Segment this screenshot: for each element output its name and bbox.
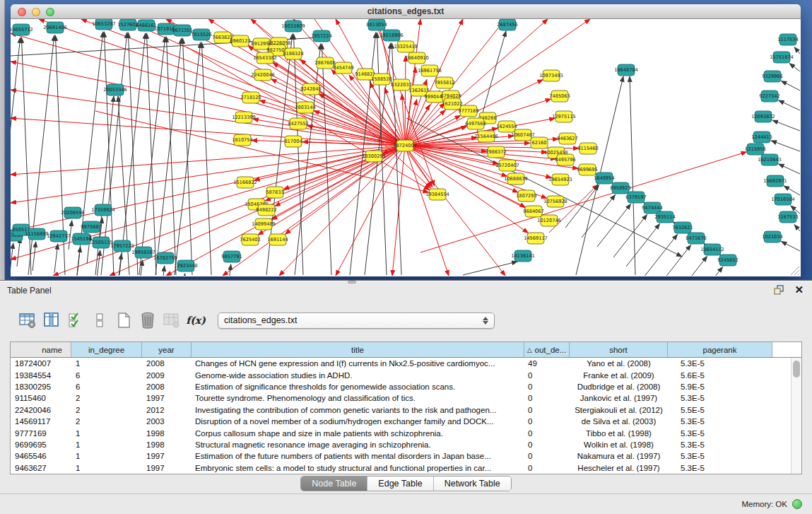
table-cell[interactable]: Estimation of significance thresholds fo… — [192, 381, 524, 392]
table-cell[interactable]: 0 — [524, 427, 570, 438]
graph-node[interactable]: 14136141 — [511, 250, 535, 262]
graph-node[interactable]: 19654923 — [548, 174, 572, 185]
table-mode-button[interactable] — [16, 310, 40, 331]
table-cell[interactable]: Corpus callosum shape and size in male p… — [192, 427, 524, 438]
table-cell[interactable]: 22420046 — [11, 404, 71, 416]
graph-node[interactable]: 20053346 — [103, 84, 127, 95]
table-cell[interactable]: 5.3E-5 — [668, 450, 772, 462]
citation-edge[interactable] — [657, 245, 691, 276]
table-cell[interactable]: Franke et al. (2009) — [570, 369, 668, 380]
table-cell[interactable]: 0 — [524, 416, 570, 427]
graph-node[interactable]: 17016504 — [771, 194, 795, 205]
graph-node[interactable]: 14099489 — [252, 218, 276, 230]
citation-edge[interactable] — [794, 47, 800, 54]
graph-node[interactable]: 10654112 — [700, 244, 724, 255]
graph-node[interactable]: 1588520 — [371, 74, 392, 85]
table-cell[interactable]: 5.3E-5 — [668, 358, 772, 369]
table-cell[interactable]: Dudbridge et al. (2008) — [570, 381, 668, 392]
citation-edge[interactable] — [463, 262, 517, 275]
table-cell[interactable]: 6 — [71, 369, 142, 380]
close-panel-icon[interactable]: ✕ — [794, 284, 804, 296]
graph-node[interactable]: 7632621 — [672, 222, 693, 233]
table-cell[interactable]: 2003 — [142, 416, 192, 427]
citation-edge[interactable] — [779, 164, 800, 174]
table-cell[interactable]: 6 — [71, 381, 142, 392]
graph-node[interactable]: 15751874 — [770, 52, 794, 63]
table-scrollbar[interactable] — [791, 358, 801, 474]
table-cell[interactable]: 2 — [71, 404, 142, 416]
create-column-button[interactable] — [112, 310, 136, 331]
minimize-window-button[interactable] — [32, 8, 40, 16]
graph-node[interactable]: 8495796 — [555, 154, 575, 165]
table-cell[interactable]: 0 — [524, 450, 570, 462]
table-select-dropdown[interactable]: citations_edges.txt — [218, 313, 495, 329]
citation-edge[interactable] — [155, 38, 182, 275]
graph-node[interactable]: 817004 — [284, 136, 302, 147]
graph-node[interactable]: 8958923 — [610, 182, 630, 194]
citation-edge[interactable] — [405, 19, 505, 146]
graph-node[interactable]: 15720407 — [495, 160, 519, 171]
graph-node[interactable]: 8186328 — [283, 48, 303, 59]
graph-node[interactable]: 8427552 — [288, 118, 308, 129]
column-header-in_degree[interactable]: in_degree — [71, 342, 142, 357]
table-cell[interactable]: 5.3E-5 — [668, 439, 772, 450]
table-cell[interactable]: 0 — [524, 462, 570, 474]
graph-node[interactable]: 7955812 — [434, 77, 454, 88]
graph-node[interactable]: 2803144 — [295, 102, 315, 113]
graph-node[interactable]: 9463627 — [557, 133, 577, 144]
citation-edge[interactable] — [405, 146, 433, 187]
graph-node[interactable]: 17957223 — [110, 240, 134, 252]
graph-node[interactable]: 2718120 — [240, 92, 261, 103]
citation-edge[interactable] — [182, 274, 185, 276]
citation-edge[interactable] — [11, 146, 405, 259]
table-cell[interactable]: 19384554 — [11, 369, 71, 380]
column-header-pagerank[interactable]: pagerank — [668, 342, 772, 357]
graph-node[interactable]: 22420046 — [251, 69, 275, 81]
graph-node[interactable]: 1624554 — [496, 121, 517, 132]
graph-node[interactable]: 9227342 — [759, 90, 779, 102]
table-cell[interactable]: 9777169 — [11, 427, 71, 438]
graph-node[interactable]: 20206556 — [61, 207, 85, 218]
citation-edge[interactable] — [779, 100, 800, 110]
graph-node[interactable]: 14569117 — [524, 233, 548, 244]
table-cell[interactable]: 18724007 — [11, 358, 71, 369]
graph-node[interactable]: 1807293 — [516, 190, 536, 201]
graph-node[interactable]: 2687456 — [497, 19, 517, 30]
graph-node[interactable]: 8215958 — [745, 144, 765, 155]
graph-node[interactable]: 10756928 — [543, 196, 567, 207]
zoom-window-button[interactable] — [46, 8, 54, 16]
citation-edge[interactable] — [166, 146, 405, 276]
graph-node[interactable]: 8960123 — [230, 35, 250, 47]
graph-node[interactable]: 1691144 — [267, 234, 288, 245]
graph-node[interactable]: 7485063 — [549, 90, 570, 102]
table-cell[interactable]: Changes of HCN gene expression and I(f) … — [192, 358, 524, 369]
table-cell[interactable]: 5.5E-5 — [668, 404, 772, 416]
citation-edge[interactable] — [771, 141, 800, 151]
graph-node[interactable]: 8813054 — [366, 19, 387, 30]
graph-node[interactable]: 15166822 — [233, 177, 257, 188]
table-cell[interactable]: Yano et al. (2008) — [570, 358, 668, 369]
table-cell[interactable]: 49 — [524, 358, 570, 369]
graph-node[interactable]: 8471676 — [686, 233, 706, 244]
deselect-all-button[interactable] — [88, 310, 112, 331]
graph-node[interactable]: 16033809 — [281, 21, 305, 32]
tab-node-table[interactable]: Node Table — [301, 477, 367, 491]
graph-node[interactable]: 16961758 — [418, 65, 442, 76]
graph-node[interactable]: 2867608 — [314, 57, 335, 69]
table-cell[interactable]: 5.3E-5 — [668, 416, 772, 427]
citation-edge[interactable] — [11, 146, 405, 175]
show-columns-button[interactable] — [40, 310, 64, 331]
table-cell[interactable]: 5.9E-5 — [668, 381, 772, 392]
table-cell[interactable]: 1998 — [142, 439, 192, 450]
citation-edge[interactable] — [673, 256, 707, 276]
graph-node[interactable]: 2935114 — [654, 211, 675, 223]
citation-edge[interactable] — [613, 214, 647, 257]
table-cell[interactable]: 0 — [524, 369, 570, 380]
graph-node[interactable]: 7857224 — [311, 30, 331, 42]
graph-node[interactable]: 1117534 — [777, 34, 798, 45]
graph-node[interactable]: 9975887 — [81, 221, 101, 233]
graph-node[interactable]: 16782759 — [153, 252, 177, 264]
table-cell[interactable]: 5.3E-5 — [668, 427, 772, 438]
table-cell[interactable]: 2 — [71, 392, 142, 404]
column-header-name[interactable]: name — [11, 342, 71, 357]
